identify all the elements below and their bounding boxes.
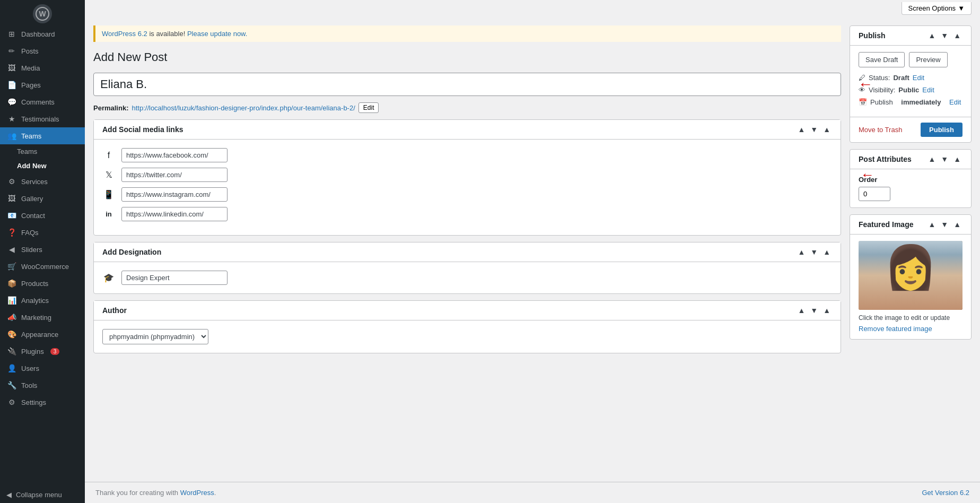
- sidebar-item-marketing[interactable]: 📣 Marketing: [0, 309, 85, 326]
- visibility-row: 👁 Visibility: Public Edit: [859, 86, 962, 94]
- footer-text: Thank you for creating with WordPress.: [95, 489, 216, 497]
- featured-image-toggle[interactable]: ▲: [952, 220, 962, 229]
- sidebar-item-teams[interactable]: 👥 Teams: [0, 127, 85, 144]
- save-draft-button[interactable]: Save Draft: [859, 52, 905, 67]
- sidebar-item-pages[interactable]: 📄 Pages: [0, 76, 85, 93]
- order-input[interactable]: [859, 187, 890, 201]
- sidebar-item-label: Contact: [21, 212, 45, 220]
- publish-collapse-down[interactable]: ▼: [939, 31, 950, 40]
- designation-header[interactable]: Add Designation ▲ ▼ ▲: [94, 242, 841, 262]
- twitter-input[interactable]: [121, 168, 228, 182]
- testimonials-icon: ★: [6, 115, 17, 123]
- sidebar-item-testimonials[interactable]: ★ Testimonials: [0, 110, 85, 127]
- sidebar-item-products[interactable]: 📦 Products: [0, 275, 85, 292]
- author-collapse-up[interactable]: ▲: [796, 306, 807, 315]
- designation-input[interactable]: [121, 271, 228, 285]
- sidebar-sub-item-teams-all[interactable]: Teams: [0, 144, 85, 159]
- status-row: 🖊 Status: Draft Edit: [859, 74, 962, 82]
- author-select[interactable]: phpmyadmin (phpmyadmin): [102, 329, 208, 344]
- designation-collapse-up[interactable]: ▲: [796, 248, 807, 256]
- plugins-icon: 🔌: [6, 347, 17, 355]
- sidebar-item-users[interactable]: 👤 Users: [0, 360, 85, 377]
- wordpress-link[interactable]: WordPress: [180, 489, 214, 497]
- instagram-input[interactable]: [121, 187, 228, 202]
- featured-image-collapse-up[interactable]: ▲: [926, 220, 937, 229]
- attributes-toggle[interactable]: ▲: [952, 155, 962, 163]
- author-toggle[interactable]: ▲: [821, 306, 832, 315]
- linkedin-icon: in: [102, 210, 115, 218]
- update-now-link[interactable]: Please update now.: [187, 30, 247, 38]
- designation-toggle[interactable]: ▲: [821, 248, 832, 256]
- featured-image-preview[interactable]: [859, 241, 962, 310]
- plugins-badge: 3: [50, 348, 60, 355]
- sidebar-item-faqs[interactable]: ❓ FAQs: [0, 224, 85, 241]
- social-media-header[interactable]: Add Social media links ▲ ▼ ▲: [94, 120, 841, 140]
- attributes-collapse-up[interactable]: ▲: [926, 155, 937, 163]
- content-area: WordPress 6.2 is available! Please updat…: [85, 17, 980, 482]
- sidebar-item-comments[interactable]: 💬 Comments: [0, 93, 85, 110]
- permalink-edit-button[interactable]: Edit: [358, 102, 379, 113]
- permalink-url[interactable]: http://localhost/luzuk/fashion-designer-…: [132, 104, 355, 112]
- remove-featured-image-link[interactable]: Remove featured image: [859, 325, 932, 333]
- move-to-trash-link[interactable]: Move to Trash: [859, 126, 902, 134]
- facebook-input[interactable]: [121, 148, 228, 162]
- status-value: Draft: [893, 74, 909, 82]
- sidebar-item-settings[interactable]: ⚙ Settings: [0, 394, 85, 411]
- sidebar-item-plugins[interactable]: 🔌 Plugins 3: [0, 343, 85, 360]
- designation-collapse-down[interactable]: ▼: [809, 248, 819, 256]
- sidebar-item-services[interactable]: ⚙ Services: [0, 173, 85, 190]
- wordpress-version-link[interactable]: WordPress 6.2: [102, 30, 147, 38]
- sidebar-item-appearance[interactable]: 🎨 Appearance: [0, 326, 85, 343]
- sidebar-item-woocommerce[interactable]: 🛒 WooCommerce: [0, 258, 85, 275]
- publish-time-row: 📅 Publish immediately Edit: [859, 98, 962, 106]
- screen-options-button[interactable]: Screen Options ▼: [902, 2, 972, 15]
- designation-title: Add Designation: [102, 248, 161, 256]
- sidebar: W ⊞ Dashboard ✏ Posts 🖼 Media 📄 Pages 💬 …: [0, 0, 85, 503]
- author-box: Author ▲ ▼ ▲ phpmyadmin (phpmyadmin): [93, 300, 841, 353]
- social-media-collapse-up[interactable]: ▲: [796, 125, 807, 134]
- author-header[interactable]: Author ▲ ▼ ▲: [94, 301, 841, 320]
- arrow-annotation-twitter: ←: [861, 167, 874, 183]
- featured-image-hint: Click the image to edit or update: [859, 314, 962, 322]
- sidebar-item-label: Services: [21, 178, 48, 186]
- social-media-collapse-down[interactable]: ▼: [809, 125, 819, 134]
- sidebar-item-media[interactable]: 🖼 Media: [0, 59, 85, 76]
- status-edit-link[interactable]: Edit: [913, 74, 924, 82]
- featured-image-title: Featured Image: [859, 220, 913, 229]
- sidebar-item-contact[interactable]: 📧 Contact: [0, 207, 85, 224]
- social-media-toggle[interactable]: ▲: [821, 125, 832, 134]
- designation-row: 🎓 ←: [102, 271, 832, 285]
- sidebar-item-tools[interactable]: 🔧 Tools: [0, 377, 85, 394]
- attributes-collapse-down[interactable]: ▼: [939, 155, 950, 163]
- post-title-input[interactable]: [93, 73, 841, 96]
- posts-icon: ✏: [6, 47, 17, 55]
- preview-button[interactable]: Preview: [909, 52, 947, 67]
- publish-collapse-up[interactable]: ▲: [926, 31, 937, 40]
- sidebar-item-analytics[interactable]: 📊 Analytics: [0, 292, 85, 309]
- sidebar-item-gallery[interactable]: 🖼 Gallery: [0, 190, 85, 207]
- collapse-menu[interactable]: ◀ Collapse menu: [0, 487, 85, 503]
- main-area: Screen Options ▼ WordPress 6.2 is availa…: [85, 0, 980, 503]
- sidebar-item-dashboard[interactable]: ⊞ Dashboard: [0, 25, 85, 42]
- sidebar-item-label: WooCommerce: [21, 263, 69, 271]
- settings-icon: ⚙: [6, 398, 17, 406]
- publish-toggle[interactable]: ▲: [952, 31, 962, 40]
- linkedin-input[interactable]: [121, 207, 228, 221]
- featured-image-collapse-down[interactable]: ▼: [939, 220, 950, 229]
- get-version-link[interactable]: Get Version 6.2: [922, 489, 969, 497]
- sidebar-sub-item-teams-add[interactable]: Add New: [0, 159, 85, 173]
- sidebar-item-sliders[interactable]: ◀ Sliders: [0, 241, 85, 258]
- publish-time-label: Publish: [870, 98, 893, 106]
- publish-time-edit-link[interactable]: Edit: [949, 98, 961, 106]
- permalink-label: Permalink:: [93, 104, 128, 112]
- social-media-body: f 𝕏 ← 📱 in: [94, 140, 841, 235]
- author-collapse-down[interactable]: ▼: [809, 306, 819, 315]
- twitter-icon: 𝕏: [102, 170, 115, 180]
- publish-button[interactable]: Publish: [921, 123, 962, 137]
- footer-thank-you: Thank you for creating with: [95, 489, 180, 497]
- visibility-edit-link[interactable]: Edit: [922, 86, 934, 94]
- sidebar-item-posts[interactable]: ✏ Posts: [0, 42, 85, 59]
- teams-icon: 👥: [6, 132, 17, 140]
- appearance-icon: 🎨: [6, 330, 17, 339]
- publish-time-value: immediately: [901, 98, 941, 106]
